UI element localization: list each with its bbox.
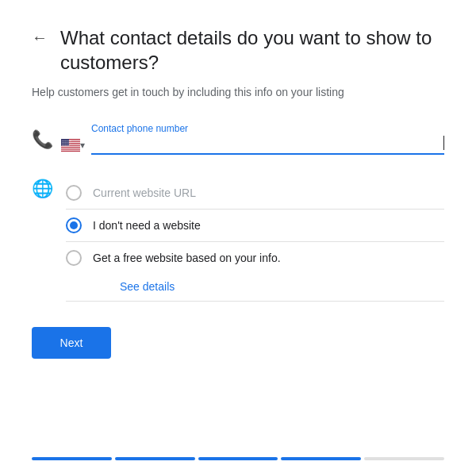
main-content: ← What contact details do you want to sh… <box>0 0 476 457</box>
header-row: ← What contact details do you want to sh… <box>32 25 444 75</box>
website-url-input[interactable] <box>93 187 444 199</box>
phone-label: Contact phone number <box>91 123 444 134</box>
back-button[interactable]: ← <box>32 29 48 47</box>
website-options: I don't need a website Get a free websit… <box>66 177 444 302</box>
see-details-link[interactable]: See details <box>120 280 444 293</box>
progress-segment-4 <box>281 457 361 460</box>
next-button[interactable]: Next <box>32 327 111 359</box>
radio-free-website[interactable] <box>66 250 82 266</box>
radio-no-website[interactable] <box>66 217 82 233</box>
website-section: 🌐 I don't need a website Get a free webs… <box>32 177 444 302</box>
progress-segment-1 <box>32 457 112 460</box>
progress-bar <box>0 457 476 473</box>
phone-icon: 📞 <box>32 129 53 150</box>
phone-input-line <box>91 136 444 155</box>
list-item: Get a free website based on your info. S… <box>66 242 444 302</box>
country-selector[interactable]: ★★★★★★ ★★★★★ ★★★★★★ ★★★★★ ▾ <box>61 139 85 152</box>
page-title: What contact details do you want to show… <box>60 25 444 75</box>
phone-section: 📞 ★★★★★★ ★★★★★ ★★★★★★ ★★★★★ ▾ Contact <box>32 123 444 155</box>
list-item[interactable]: I don't need a website <box>66 210 444 242</box>
see-details-row: See details <box>66 274 444 301</box>
cursor-indicator <box>443 136 444 150</box>
progress-segment-3 <box>198 457 278 460</box>
phone-input-wrapper: Contact phone number <box>91 123 444 155</box>
globe-icon: 🌐 <box>32 179 53 199</box>
us-flag-icon: ★★★★★★ ★★★★★ ★★★★★★ ★★★★★ <box>61 139 80 152</box>
svg-rect-5 <box>61 148 80 148</box>
radio-no-website-label: I don't need a website <box>93 219 201 232</box>
svg-rect-6 <box>61 150 80 151</box>
chevron-down-icon: ▾ <box>80 140 85 151</box>
radio-current-website[interactable] <box>66 185 82 201</box>
page-subtitle: Help customers get in touch by including… <box>32 84 444 101</box>
radio-free-website-label: Get a free website based on your info. <box>93 252 281 264</box>
radio-free-website-row[interactable]: Get a free website based on your info. <box>66 242 444 274</box>
list-item[interactable] <box>66 177 444 210</box>
progress-segment-2 <box>115 457 195 460</box>
phone-input[interactable] <box>91 136 443 150</box>
progress-segment-5 <box>364 457 444 460</box>
